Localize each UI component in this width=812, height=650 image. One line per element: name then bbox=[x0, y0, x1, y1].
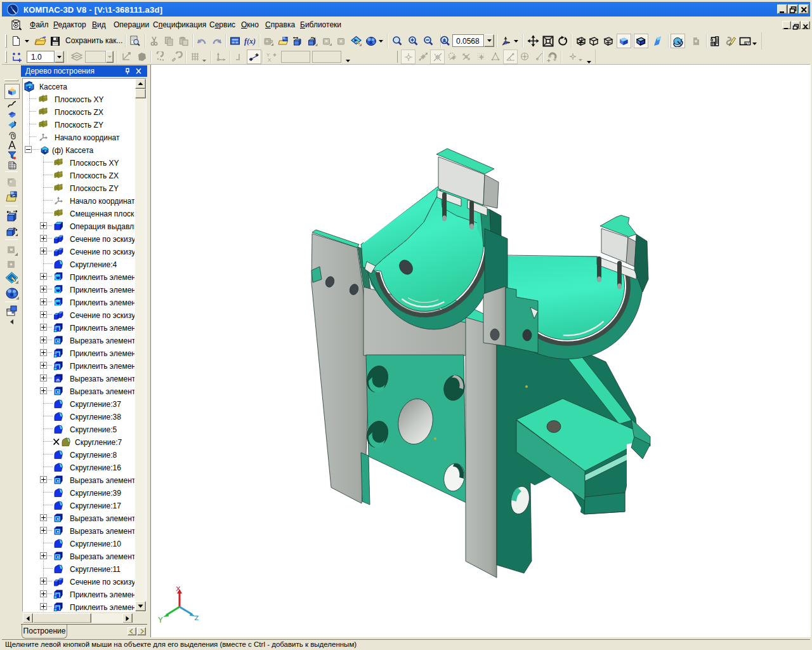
svg-text:f(x): f(x) bbox=[244, 37, 256, 46]
svg-text:X: X bbox=[268, 57, 272, 63]
svg-text:Y: Y bbox=[158, 616, 163, 625]
svg-text:x: x bbox=[176, 584, 181, 594]
svg-text:z: z bbox=[194, 613, 199, 623]
